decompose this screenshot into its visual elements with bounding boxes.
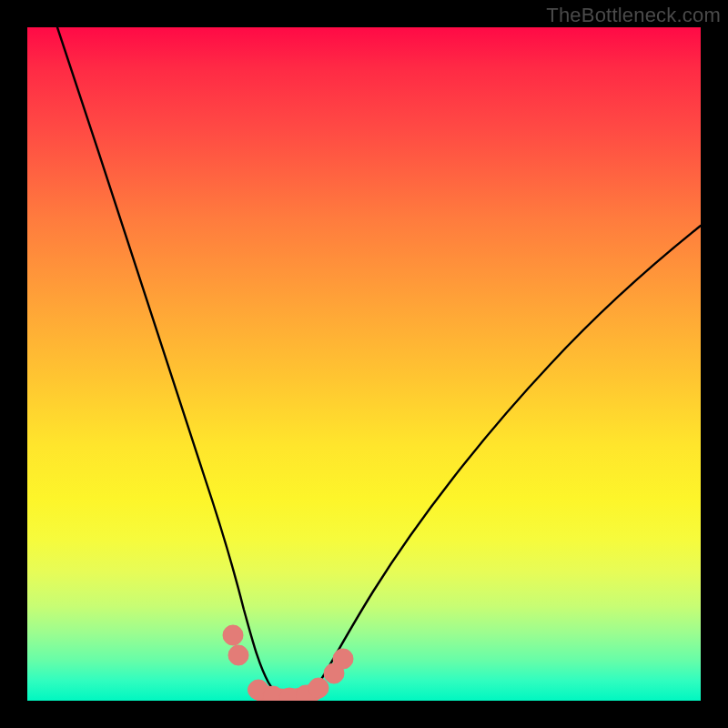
watermark-text: TheBottleneck.com <box>546 4 721 27</box>
curve-right-limb <box>293 226 701 698</box>
bead-cluster <box>223 625 353 701</box>
bead-right-upper <box>333 649 353 669</box>
bead-left-upper <box>223 625 243 645</box>
bead-left-lower <box>228 645 248 665</box>
gradient-plot-area <box>27 27 701 701</box>
curve-left-limb <box>57 27 293 698</box>
bead-trough-5 <box>308 678 329 698</box>
bottleneck-curve-svg <box>27 27 701 701</box>
outer-frame: TheBottleneck.com <box>0 0 728 728</box>
